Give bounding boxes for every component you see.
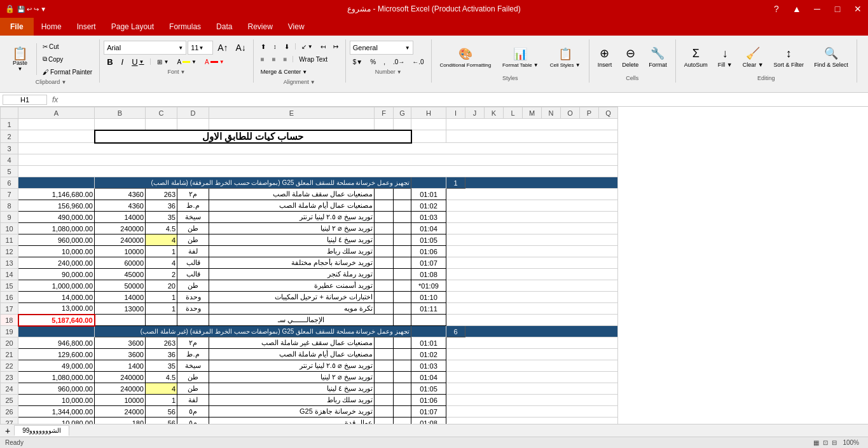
cell-C9[interactable]: 35 xyxy=(146,212,177,223)
cell-A22[interactable]: 49,000.00 xyxy=(18,360,95,372)
cell-E7[interactable]: مصنعيات عمال سقف شاملة الصب xyxy=(209,189,375,200)
cell-F10[interactable] xyxy=(375,223,394,234)
cell-H27[interactable]: 01:08 xyxy=(411,417,446,424)
cell-A13[interactable]: 240,000.00 xyxy=(18,257,95,269)
cell-D16[interactable]: وحدة xyxy=(177,292,209,303)
cell-rest26[interactable] xyxy=(446,406,618,417)
cell-E18[interactable]: الإجمالـــــــي سـ xyxy=(209,315,394,326)
cell-H15[interactable]: *01:09 xyxy=(411,280,446,292)
cell-E11[interactable]: توريد سيخ ٤ لينيا xyxy=(209,234,375,246)
bold-button[interactable]: B xyxy=(104,56,116,67)
cell-C26[interactable]: 56 xyxy=(146,406,177,417)
col-header-B[interactable]: B xyxy=(95,107,146,119)
cell-F22[interactable] xyxy=(375,360,394,372)
cell-rest19[interactable] xyxy=(465,326,618,337)
dec-decrease-btn[interactable]: ←.0 xyxy=(409,56,427,67)
cell-C22[interactable]: 35 xyxy=(146,360,177,372)
menu-formulas[interactable]: Formulas xyxy=(162,18,209,36)
cell-H23[interactable]: 01:04 xyxy=(411,372,446,383)
align-right-btn[interactable]: ≡ xyxy=(280,53,291,65)
cell-D22[interactable]: سيخة xyxy=(177,360,209,372)
cell-B24[interactable]: 240000 xyxy=(95,383,146,395)
cell-E15[interactable]: توريد أسمنت عطيرة xyxy=(209,280,375,292)
cell-F12[interactable] xyxy=(375,246,394,257)
cell-G6[interactable] xyxy=(411,177,446,189)
add-sheet-btn[interactable]: + xyxy=(3,426,13,436)
cell-G26[interactable] xyxy=(394,406,411,417)
cell-C13[interactable]: 4 xyxy=(146,257,177,269)
col-header-D[interactable]: D xyxy=(177,107,209,119)
cell-H13[interactable]: 01:07 xyxy=(411,257,446,269)
cell-A3[interactable] xyxy=(18,143,618,154)
cell-F7[interactable] xyxy=(375,189,394,200)
cell-D12[interactable]: لفة xyxy=(177,246,209,257)
cell-A17[interactable]: 13,000.00 xyxy=(18,303,95,315)
col-header-Q[interactable]: Q xyxy=(599,107,618,119)
cell-G12[interactable] xyxy=(394,246,411,257)
cell-G18[interactable] xyxy=(394,315,411,326)
cell-rest13[interactable] xyxy=(446,257,618,269)
cell-H1[interactable] xyxy=(411,119,446,130)
cell-B16[interactable]: 14000 xyxy=(95,292,146,303)
restore-btn[interactable]: □ xyxy=(827,0,848,18)
cell-D1[interactable] xyxy=(177,119,209,130)
cell-E24[interactable]: توريد سيخ ٤ لينيا xyxy=(209,383,375,395)
cell-G10[interactable] xyxy=(394,223,411,234)
cell-D27[interactable]: م٥ xyxy=(177,417,209,424)
ribbon-toggle[interactable]: ▲ xyxy=(787,0,807,18)
cell-A26[interactable]: 1,344,000.00 xyxy=(18,406,95,417)
cell-rest23[interactable] xyxy=(446,372,618,383)
cell-A2[interactable] xyxy=(18,130,95,143)
number-format-dropdown[interactable]: General ▼ xyxy=(350,41,413,55)
delete-btn[interactable]: ⊖ Delete xyxy=(617,41,643,74)
cell-rest12[interactable] xyxy=(446,246,618,257)
align-middle-btn[interactable]: ↕ xyxy=(270,41,280,52)
cell-B27[interactable]: 180 xyxy=(95,417,146,424)
cell-F11[interactable] xyxy=(375,234,394,246)
grid-scroll[interactable]: A B C D E F G H I J K L M N O xyxy=(0,107,868,424)
fill-color-btn[interactable]: A▼ xyxy=(174,56,200,67)
cell-C25[interactable]: 1 xyxy=(146,395,177,406)
cell-A20[interactable]: 946,800.00 xyxy=(18,337,95,349)
cell-F25[interactable] xyxy=(375,395,394,406)
cell-reference-input[interactable] xyxy=(3,95,47,105)
cell-H6[interactable]: 1 xyxy=(446,177,465,189)
col-header-G[interactable]: G xyxy=(394,107,411,119)
view-normal[interactable]: ▦ xyxy=(813,439,819,446)
cell-A15[interactable]: 1,000,000.00 xyxy=(18,280,95,292)
cell-section2-title[interactable]: تجهيز وعمل خرسانة مسلحة للسقف المعلق G25… xyxy=(95,326,411,337)
cell-B21[interactable]: 3600 xyxy=(95,349,146,360)
cell-C27[interactable]: 56 xyxy=(146,417,177,424)
paste-button[interactable]: 📋 Paste ▼ xyxy=(6,43,34,76)
cell-G1[interactable] xyxy=(394,119,411,130)
cell-D21[interactable]: م.ط xyxy=(177,349,209,360)
sort-filter-btn[interactable]: ↕ Sort & Filter xyxy=(769,41,809,74)
cell-C17[interactable]: 1 xyxy=(146,303,177,315)
cell-rest7[interactable] xyxy=(446,189,618,200)
cell-G24[interactable] xyxy=(394,383,411,395)
cell-G9[interactable] xyxy=(394,212,411,223)
cell-rest11[interactable] xyxy=(446,234,618,246)
cell-G23[interactable] xyxy=(394,372,411,383)
cell-A6[interactable] xyxy=(18,177,95,189)
cell-A10[interactable]: 1,080,000.00 xyxy=(18,223,95,234)
cell-A8[interactable]: 156,960.00 xyxy=(18,200,95,212)
cell-E27[interactable]: عمال قدة xyxy=(209,417,375,424)
col-header-P[interactable]: P xyxy=(580,107,599,119)
format-table-btn[interactable]: 📊 Format Table ▼ xyxy=(498,41,543,74)
cell-E14[interactable]: توريد رملة كنجر xyxy=(209,269,375,280)
cell-C23[interactable]: 4.5 xyxy=(146,372,177,383)
cell-B25[interactable]: 10000 xyxy=(95,395,146,406)
view-layout[interactable]: ⊡ xyxy=(823,439,828,446)
cell-rest6[interactable] xyxy=(465,177,618,189)
cell-F17[interactable] xyxy=(375,303,394,315)
file-menu[interactable]: File xyxy=(0,18,34,36)
cell-rest27[interactable] xyxy=(446,417,618,424)
help-btn[interactable]: ? xyxy=(766,0,787,18)
cell-A12[interactable]: 10,000.00 xyxy=(18,246,95,257)
cell-E10[interactable]: توريد سيخ ⌀ ٢ لينيا xyxy=(209,223,375,234)
cell-G14[interactable] xyxy=(394,269,411,280)
cell-F21[interactable] xyxy=(375,349,394,360)
cell-A18[interactable]: 5,187,640.00 xyxy=(18,315,95,326)
cell-A11[interactable]: 960,000.00 xyxy=(18,234,95,246)
